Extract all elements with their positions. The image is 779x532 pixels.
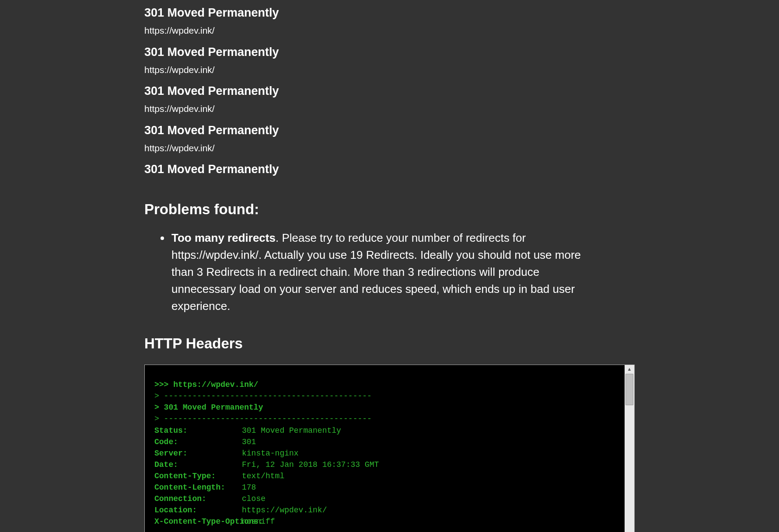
header-row: Server:kinsta-nginx [154, 448, 615, 459]
problem-item: Too many redirects. Please try to reduce… [171, 229, 635, 315]
header-value: nosniff [242, 517, 275, 526]
terminal-body: >>> https://wpdev.ink/> ----------------… [145, 365, 625, 532]
redirect-url: https://wpdev.ink/ [144, 102, 635, 115]
header-row: X-Content-Type-Options:nosniff [154, 516, 615, 527]
header-key: Content-Length: [154, 482, 242, 493]
header-key: Location: [154, 504, 242, 516]
header-value: text/html [242, 472, 284, 480]
header-key: Server: [154, 448, 242, 459]
header-value: 301 Moved Permanently [242, 426, 341, 435]
header-row: Status:301 Moved Permanently [154, 425, 615, 436]
redirect-status: 301 Moved Permanently [144, 4, 635, 21]
terminal-scrollbar[interactable]: ▲ [625, 365, 634, 532]
redirect-status: 301 Moved Permanently [144, 122, 635, 139]
redirect-status: 301 Moved Permanently [144, 161, 635, 178]
redirect-url: https://wpdev.ink/ [144, 142, 635, 155]
terminal-line: > 301 Moved Permanently [154, 402, 615, 413]
header-key: Status: [154, 425, 242, 436]
problem-lead: Too many redirects [171, 231, 276, 244]
header-row: Code:301 [154, 436, 615, 448]
terminal-line: > --------------------------------------… [154, 413, 615, 424]
header-key: Date: [154, 459, 242, 470]
header-key: Connection: [154, 493, 242, 504]
header-row: Connection:close [154, 493, 615, 504]
terminal-line: > --------------------------------------… [154, 390, 615, 402]
header-value: 178 [242, 483, 256, 492]
header-value: kinsta-nginx [242, 449, 299, 458]
header-row: Content-Type:text/html [154, 470, 615, 482]
terminal-panel: >>> https://wpdev.ink/> ----------------… [144, 365, 635, 532]
terminal-line: >>> https://wpdev.ink/ [154, 379, 615, 390]
http-headers-heading: HTTP Headers [144, 333, 635, 354]
page-root: 301 Moved Permanentlyhttps://wpdev.ink/3… [0, 4, 779, 532]
redirect-status: 301 Moved Permanently [144, 44, 635, 61]
header-row: Content-Length:178 [154, 482, 615, 493]
scrollbar-thumb[interactable] [625, 374, 633, 405]
problems-heading: Problems found: [144, 199, 635, 220]
redirect-status: 301 Moved Permanently [144, 83, 635, 100]
header-value: 301 [242, 438, 256, 446]
redirect-chain: 301 Moved Permanentlyhttps://wpdev.ink/3… [144, 4, 635, 178]
header-value: https://wpdev.ink/ [242, 506, 327, 515]
scrollbar-up-arrow-icon[interactable]: ▲ [625, 365, 634, 374]
redirect-url: https://wpdev.ink/ [144, 63, 635, 76]
problems-list: Too many redirects. Please try to reduce… [157, 229, 635, 315]
header-key: X-Content-Type-Options: [154, 516, 242, 527]
header-row: Date:Fri, 12 Jan 2018 16:37:33 GMT [154, 459, 615, 470]
redirect-url: https://wpdev.ink/ [144, 24, 635, 37]
header-value: close [242, 494, 265, 503]
header-row: Location:https://wpdev.ink/ [154, 504, 615, 516]
header-key: Content-Type: [154, 470, 242, 482]
header-value: Fri, 12 Jan 2018 16:37:33 GMT [242, 460, 379, 469]
header-key: Code: [154, 436, 242, 448]
